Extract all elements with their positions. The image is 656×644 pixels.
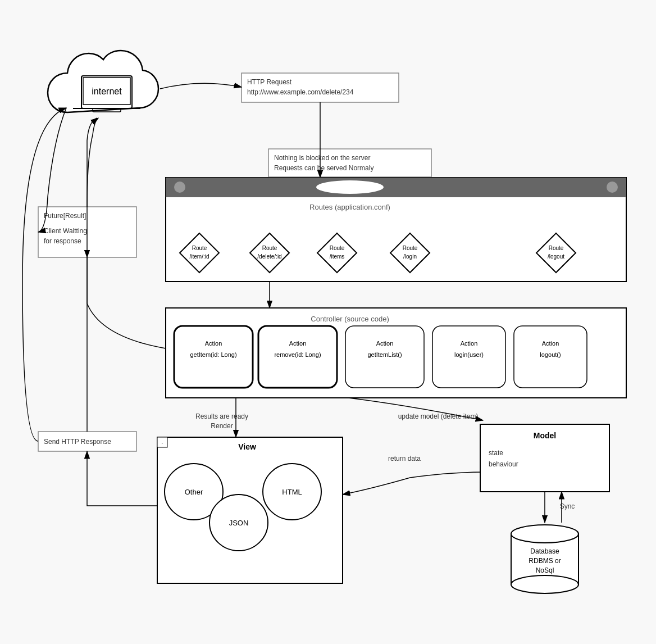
view-box: - View Other JSON HTML	[157, 437, 343, 583]
controller-box: Controller (source code) Action getItem(…	[166, 308, 626, 398]
svg-text:RDBMS or: RDBMS or	[529, 557, 561, 565]
svg-text:Route: Route	[262, 245, 277, 251]
svg-text:/login: /login	[403, 253, 417, 260]
svg-rect-9	[268, 149, 431, 177]
svg-text:/items: /items	[330, 253, 345, 260]
svg-text:View: View	[238, 442, 256, 451]
svg-text:Action: Action	[461, 340, 478, 347]
action-logout: Action logout()	[514, 326, 587, 388]
model-box: Model state behaviour	[480, 424, 609, 492]
server-note-box: Nothing is blocked on the server Request…	[268, 149, 431, 177]
svg-point-15	[174, 182, 185, 193]
svg-text:Model: Model	[534, 431, 556, 440]
routes-box: Routes (application.conf) Route /item/:i…	[166, 178, 626, 282]
svg-text:-: -	[162, 440, 163, 446]
svg-rect-14	[166, 178, 626, 197]
svg-text:Future[Result]: Future[Result]	[44, 212, 86, 220]
svg-text:for response: for response	[44, 237, 81, 245]
svg-point-81	[511, 525, 578, 543]
svg-text:Results are ready: Results are ready	[195, 412, 248, 420]
svg-text:Action: Action	[289, 340, 307, 347]
svg-text:Route: Route	[330, 245, 345, 251]
svg-text:Render: Render	[211, 422, 233, 430]
svg-text:return data: return data	[388, 455, 421, 462]
svg-point-16	[607, 182, 618, 193]
svg-text:Route: Route	[192, 245, 207, 251]
svg-text:getItem(id: Long): getItem(id: Long)	[190, 351, 236, 358]
send-response-box: Send HTTP Response	[38, 432, 136, 451]
svg-text:JSON: JSON	[229, 519, 249, 527]
action-remove: Action remove(id: Long)	[258, 326, 337, 388]
svg-text:Action: Action	[542, 340, 559, 347]
action-login: Action login(user)	[432, 326, 505, 388]
svg-text:NoSql: NoSql	[536, 566, 554, 574]
svg-text:Action: Action	[205, 340, 222, 347]
svg-rect-6	[242, 73, 399, 102]
diagram-container: internet HTTP Request http://www.example…	[0, 0, 656, 644]
action-getitemlist: Action getItemList()	[345, 326, 424, 388]
svg-text:/item/:id: /item/:id	[189, 253, 209, 260]
svg-text:getItemList(): getItemList()	[367, 351, 402, 358]
svg-text:remove(id: Long): remove(id: Long)	[274, 351, 321, 358]
http-request-box: HTTP Request http://www.example.com/dele…	[242, 73, 399, 102]
svg-text:Send HTTP Response: Send HTTP Response	[44, 438, 111, 446]
action-getitem: Action getItem(id: Long)	[174, 326, 253, 388]
svg-point-17	[316, 180, 384, 194]
svg-text:HTML: HTML	[282, 488, 302, 496]
svg-point-82	[511, 575, 578, 593]
svg-text:Action: Action	[376, 340, 394, 347]
database-cylinder: Database RDBMS or NoSql	[511, 525, 578, 593]
svg-text:login(user): login(user)	[454, 351, 484, 358]
svg-text:update model (delete item): update model (delete item)	[398, 412, 479, 420]
svg-text:behaviour: behaviour	[489, 460, 518, 468]
svg-text:/delete/:id: /delete/:id	[257, 253, 281, 260]
svg-text:http://www.example.com/delete/: http://www.example.com/delete/234	[247, 88, 354, 96]
svg-text:Route: Route	[549, 245, 564, 251]
svg-text:HTTP Request: HTTP Request	[247, 78, 292, 86]
svg-text:/logout: /logout	[548, 253, 564, 260]
svg-text:Client Waitting: Client Waitting	[44, 227, 87, 235]
svg-text:Route: Route	[403, 245, 418, 251]
svg-text:Other: Other	[185, 488, 203, 496]
svg-text:Nothing is blocked on the serv: Nothing is blocked on the server	[274, 154, 370, 162]
svg-text:state: state	[489, 449, 503, 457]
svg-text:internet: internet	[92, 87, 122, 96]
svg-text:Routes (application.conf): Routes (application.conf)	[309, 203, 390, 211]
svg-text:Requests can be served Normaly: Requests can be served Normaly	[274, 164, 373, 172]
svg-text:Controller (source code): Controller (source code)	[311, 315, 389, 323]
svg-text:Database: Database	[530, 547, 559, 555]
svg-text:logout(): logout()	[540, 351, 561, 358]
